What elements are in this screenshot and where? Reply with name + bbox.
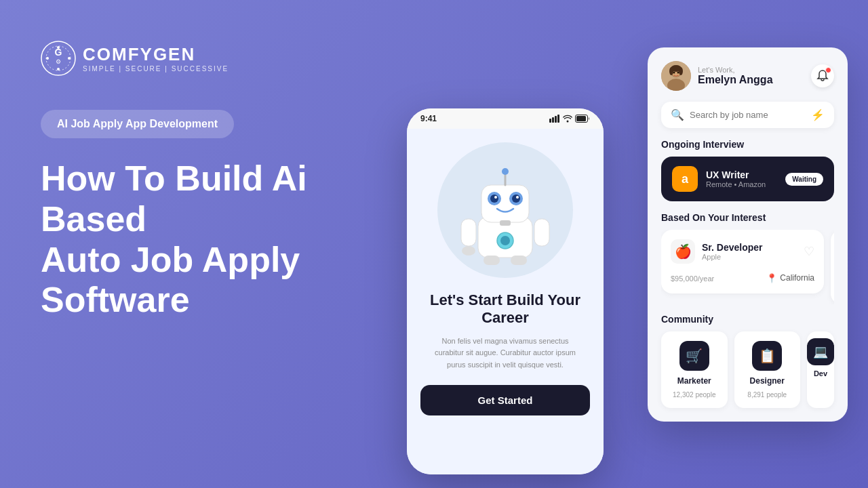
svg-point-40 [673, 72, 675, 74]
amazon-logo: a [672, 166, 698, 192]
interest-salary: $95,000/year [671, 272, 714, 284]
logo-area: G ⚙ COMFYGEN SIMPLE | SECURE | SUCCESSIV… [41, 41, 407, 76]
svg-point-39 [679, 67, 683, 75]
marketer-count: 12,302 people [673, 391, 715, 399]
svg-rect-10 [555, 116, 557, 123]
headline: How To Build Ai Based Auto Job Apply Sof… [41, 159, 407, 321]
interview-job-sub: Remote • Amazon [706, 180, 777, 188]
notification-button[interactable] [811, 64, 834, 87]
ongoing-section-title: Ongoing Interview [661, 139, 834, 150]
user-greeting: Let's Work, [698, 66, 773, 74]
user-header: Let's Work, Emelyn Angga [661, 61, 834, 91]
svg-rect-9 [552, 117, 554, 123]
svg-point-24 [516, 196, 519, 199]
interest-card-partial: ♪ TikTok $32,000 [831, 230, 834, 304]
interest-company: Apple [702, 253, 763, 261]
robot-circle [437, 142, 573, 278]
get-started-button[interactable]: Get Started [420, 385, 590, 415]
interview-job-title: UX Writer [706, 169, 777, 180]
svg-rect-14 [576, 116, 586, 121]
svg-point-22 [512, 195, 520, 203]
community-item-marketer[interactable]: 🛒 Marketer 12,302 people [661, 331, 728, 408]
svg-point-41 [677, 72, 679, 74]
community-items: 🛒 Marketer 12,302 people 📋 Designer 8,29… [661, 331, 834, 408]
interest-job-title: Sr. Developer [702, 242, 763, 253]
logo-tagline: SIMPLE | SECURE | SUCCESSIVE [83, 65, 229, 73]
app-panel: Let's Work, Emelyn Angga 🔍 ⚡ Ongoing Int… [648, 47, 848, 422]
svg-rect-16 [481, 185, 529, 222]
svg-rect-31 [484, 256, 500, 265]
community-item-dev-peek: 💻 Dev [807, 331, 834, 408]
favorite-icon[interactable]: ♡ [804, 244, 814, 259]
svg-point-4 [57, 68, 60, 70]
search-input[interactable] [690, 110, 806, 120]
interest-job-info: Sr. Developer Apple [702, 242, 763, 261]
interest-card[interactable]: 🍎 Sr. Developer Apple ♡ $95,000/year 📍 C… [661, 230, 824, 293]
interest-location: 📍 California [766, 273, 814, 283]
phone-description: Non felis vel magna vivamus senectus cur… [420, 336, 590, 371]
designer-count: 8,291 people [747, 391, 787, 399]
svg-rect-32 [511, 256, 527, 265]
designer-icon: 📋 [752, 341, 782, 371]
search-bar[interactable]: 🔍 ⚡ [661, 102, 834, 128]
app-badge: AI Job Apply App Development [41, 110, 234, 138]
interview-card[interactable]: a UX Writer Remote • Amazon Waiting [661, 157, 834, 201]
user-avatar [661, 61, 691, 91]
svg-point-3 [57, 46, 60, 49]
svg-text:⚙: ⚙ [56, 58, 61, 65]
svg-rect-29 [534, 219, 549, 246]
svg-rect-28 [461, 219, 476, 246]
location-icon: 📍 [766, 273, 777, 283]
community-item-designer[interactable]: 📋 Designer 8,291 people [734, 331, 801, 408]
user-info: Let's Work, Emelyn Angga [661, 61, 773, 91]
community-section: Community 🛒 Marketer 12,302 people 📋 Des… [661, 314, 834, 408]
filter-icon[interactable]: ⚡ [811, 108, 825, 121]
svg-point-38 [669, 67, 673, 75]
designer-label: Designer [750, 376, 785, 386]
svg-point-30 [462, 246, 475, 256]
svg-rect-25 [500, 220, 511, 226]
user-text-block: Let's Work, Emelyn Angga [698, 66, 773, 86]
svg-rect-11 [557, 115, 559, 123]
svg-point-6 [68, 57, 71, 60]
marketer-icon: 🛒 [679, 341, 709, 371]
user-name: Emelyn Angga [698, 74, 773, 86]
phone-status-icons [549, 115, 590, 123]
svg-point-27 [500, 236, 510, 245]
svg-point-5 [46, 57, 49, 60]
phone-content: Let's Start Build Your Career Non felis … [407, 129, 604, 474]
interest-top: 🍎 Sr. Developer Apple ♡ [671, 239, 814, 264]
phone-time: 9:41 [420, 114, 437, 123]
interview-job-info: UX Writer Remote • Amazon [706, 169, 777, 188]
svg-point-23 [494, 196, 497, 199]
interest-row: 🍎 Sr. Developer Apple ♡ $95,000/year 📍 C… [661, 230, 834, 304]
logo-name: COMFYGEN [83, 44, 229, 65]
svg-point-18 [502, 168, 509, 175]
left-section: G ⚙ COMFYGEN SIMPLE | SECURE | SUCCESSIV… [41, 41, 407, 321]
search-icon: 🔍 [671, 108, 684, 121]
notification-dot [825, 67, 831, 73]
phone-title: Let's Start Build Your Career [420, 291, 590, 327]
svg-rect-8 [549, 119, 551, 123]
svg-point-21 [490, 195, 498, 203]
svg-point-12 [567, 121, 569, 123]
logo-text-block: COMFYGEN SIMPLE | SECURE | SUCCESSIVE [83, 44, 229, 73]
apple-logo: 🍎 [671, 239, 695, 264]
interest-section-title: Based On Your Interest [661, 212, 834, 223]
waiting-status-badge: Waiting [785, 173, 823, 186]
phone-status-bar: 9:41 [407, 108, 604, 129]
logo-icon: G ⚙ [41, 41, 76, 76]
community-section-title: Community [661, 314, 834, 325]
interest-bottom: $95,000/year 📍 California [671, 272, 814, 284]
robot-illustration [451, 152, 559, 268]
phone-mockup: 9:41 [407, 108, 604, 474]
marketer-label: Marketer [677, 376, 711, 386]
